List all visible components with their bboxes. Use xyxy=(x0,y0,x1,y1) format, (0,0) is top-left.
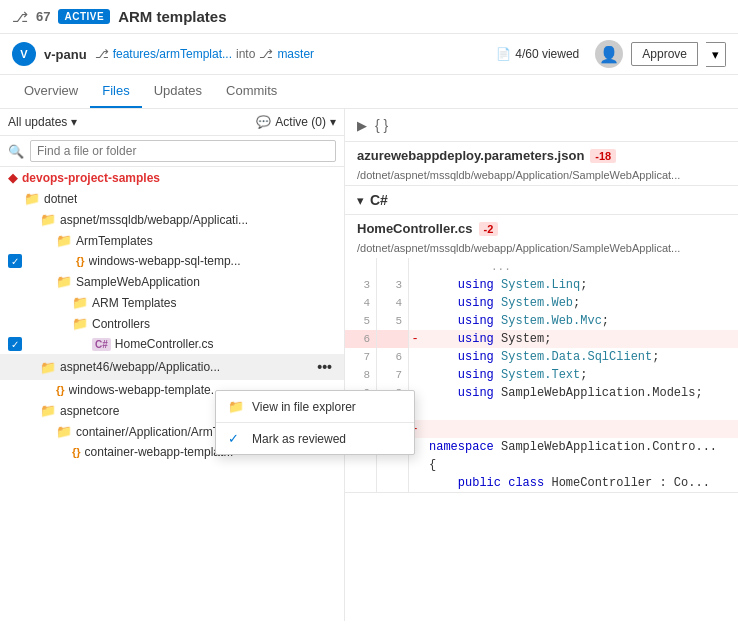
tree-item-dotnet[interactable]: 📁 dotnet xyxy=(0,188,344,209)
folder-icon3: 📁 xyxy=(56,233,72,248)
root-label: devops-project-samples xyxy=(22,171,160,185)
active-filter[interactable]: 💬 Active (0) ▾ xyxy=(256,115,336,129)
armtemplates-label: ArmTemplates xyxy=(76,234,153,248)
folder-icon9: 📁 xyxy=(56,424,72,439)
folder-icon6: 📁 xyxy=(72,316,88,331)
tree-item-root[interactable]: ◆ devops-project-samples xyxy=(0,167,344,188)
code-line-8: 8 7 using System.Text; xyxy=(345,366,738,384)
checkbox-homecontroller[interactable]: ✓ xyxy=(8,337,24,351)
user-bar: V v-panu ⎇ features/armTemplat... into ⎇… xyxy=(0,34,738,75)
tree-item-homecontroller[interactable]: ✓ C# HomeController.cs xyxy=(0,334,344,354)
aspnet-label: aspnet/mssqldb/webapp/Applicati... xyxy=(60,213,248,227)
windows-sql-label: windows-webapp-sql-temp... xyxy=(89,254,241,268)
code-line-3: 3 3 using System.Linq; xyxy=(345,276,738,294)
json-icon2: {} xyxy=(56,384,65,396)
json-change-badge: -18 xyxy=(590,149,616,163)
code-line-7: 7 6 using System.Data.SqlClient; xyxy=(345,348,738,366)
left-panel: All updates ▾ 💬 Active (0) ▾ 🔍 ◆ devops-… xyxy=(0,109,345,621)
tree-item-samplewebapp[interactable]: 📁 SampleWebApplication xyxy=(0,271,344,292)
checked-icon: ✓ xyxy=(8,254,22,268)
folder-icon5: 📁 xyxy=(72,295,88,310)
tree-item-arm-templates2[interactable]: 📁 ARM Templates xyxy=(0,292,344,313)
json-file-section: ▶ { } azurewebappdeploy.parameters.json … xyxy=(345,109,738,186)
tab-files[interactable]: Files xyxy=(90,75,141,108)
samplewebapp-label: SampleWebApplication xyxy=(76,275,200,289)
json-collapse-header[interactable]: ▶ { } xyxy=(345,109,738,141)
into-text: into xyxy=(236,47,255,61)
cs-collapse-header[interactable]: ▾ C# xyxy=(345,186,738,214)
tree-item-controllers[interactable]: 📁 Controllers xyxy=(0,313,344,334)
code-line-5: 5 5 using System.Web.Mvc; xyxy=(345,312,738,330)
branch-icon: ⎇ xyxy=(95,47,109,61)
code-line-6-del: 6 - using System; xyxy=(345,330,738,348)
homecontroller-label: HomeController.cs xyxy=(115,337,214,351)
controllers-label: Controllers xyxy=(92,317,150,331)
cs-file-name: HomeController.cs xyxy=(357,221,473,236)
ellipsis-button[interactable]: ••• xyxy=(313,357,336,377)
pr-icon: ⎇ xyxy=(12,9,28,25)
branch-icon2: ⎇ xyxy=(259,47,273,61)
code-line-ellipsis: ... xyxy=(345,258,738,276)
tab-updates[interactable]: Updates xyxy=(142,75,214,108)
approve-button[interactable]: Approve xyxy=(631,42,698,66)
branch-info: ⎇ features/armTemplat... into ⎇ master xyxy=(95,47,314,61)
tree-item-aspnet[interactable]: 📁 aspnet/mssqldb/webapp/Applicati... xyxy=(0,209,344,230)
code-line-4: 4 4 using System.Web; xyxy=(345,294,738,312)
json-file-header: azurewebappdeploy.parameters.json -18 xyxy=(345,141,738,169)
folder-icon4: 📁 xyxy=(56,274,72,289)
checkbox-windows-sql[interactable]: ✓ xyxy=(8,254,24,268)
code-line-brace: { xyxy=(345,456,738,474)
all-updates-filter[interactable]: All updates ▾ xyxy=(8,115,77,129)
container-armt-label: container/Application/ArmTe... xyxy=(76,425,235,439)
json-icon: {} xyxy=(76,255,85,267)
pr-number: 67 xyxy=(36,9,50,24)
avatar: V xyxy=(12,42,36,66)
cs-file-path: /dotnet/aspnet/mssqldb/webapp/Applicatio… xyxy=(345,242,738,258)
comment-icon: 💬 xyxy=(256,115,271,129)
search-icon: 🔍 xyxy=(8,144,24,159)
tree-item-armtemplates[interactable]: 📁 ArmTemplates xyxy=(0,230,344,251)
json-file-name: azurewebappdeploy.parameters.json xyxy=(357,148,584,163)
user-name: v-panu xyxy=(44,47,87,62)
expand-icon: ▶ xyxy=(357,118,367,133)
tab-commits[interactable]: Commits xyxy=(214,75,289,108)
chevron-down-icon2: ▾ xyxy=(330,115,336,129)
nav-tabs: Overview Files Updates Commits xyxy=(0,75,738,109)
source-branch[interactable]: features/armTemplat... xyxy=(113,47,232,61)
windows-template-label: windows-webapp-template... xyxy=(69,383,221,397)
aspnet46-label: aspnet46/webapp/Applicatio... xyxy=(60,360,220,374)
ctx-mark-reviewed[interactable]: ✓ Mark as reviewed xyxy=(216,422,345,454)
json-icon3: {} xyxy=(72,446,81,458)
cs-icon: C# xyxy=(92,338,111,351)
folder-icon2: 📁 xyxy=(40,212,56,227)
cs-change-badge: -2 xyxy=(479,222,499,236)
target-branch[interactable]: master xyxy=(277,47,314,61)
cs-file-header: HomeController.cs -2 xyxy=(345,214,738,242)
code-line-class: public class HomeController : Co... xyxy=(345,474,738,492)
top-bar: ⎇ 67 ACTIVE ARM templates xyxy=(0,0,738,34)
ctx-view-in-explorer[interactable]: 📁 View in file explorer xyxy=(216,391,345,422)
folder-icon7: 📁 xyxy=(40,360,56,375)
folder-icon: 📁 xyxy=(24,191,40,206)
approve-chevron-button[interactable]: ▾ xyxy=(706,42,726,67)
checked-icon2: ✓ xyxy=(8,337,22,351)
folder-icon8: 📁 xyxy=(40,403,56,418)
code-diff-area: ... 3 3 using System.Linq; 4 4 using Sys… xyxy=(345,258,738,492)
file-icon: 📄 xyxy=(496,47,511,61)
active-badge: ACTIVE xyxy=(58,9,110,24)
aspnetcore-label: aspnetcore xyxy=(60,404,119,418)
dotnet-label: dotnet xyxy=(44,192,77,206)
tree-item-aspnet46[interactable]: 📁 aspnet46/webapp/Applicatio... ••• xyxy=(0,354,344,380)
folder-icon-ctx: 📁 xyxy=(228,399,244,414)
filter-bar: All updates ▾ 💬 Active (0) ▾ xyxy=(0,109,344,136)
tree-item-windows-sql[interactable]: ✓ {} windows-webapp-sql-temp... xyxy=(0,251,344,271)
check-icon-ctx: ✓ xyxy=(228,431,244,446)
main-area: All updates ▾ 💬 Active (0) ▾ 🔍 ◆ devops-… xyxy=(0,109,738,621)
cs-lang-label: C# xyxy=(370,192,388,208)
search-input[interactable] xyxy=(30,140,336,162)
arm-templates2-label: ARM Templates xyxy=(92,296,176,310)
context-menu: 📁 View in file explorer ✓ Mark as review… xyxy=(215,390,345,455)
search-box: 🔍 xyxy=(0,136,344,167)
devops-icon: ◆ xyxy=(8,170,18,185)
tab-overview[interactable]: Overview xyxy=(12,75,90,108)
